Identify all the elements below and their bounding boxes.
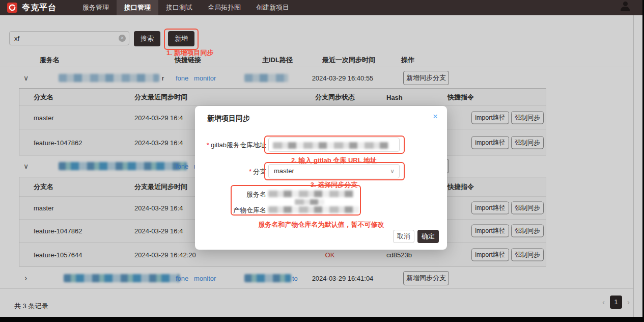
cancel-button[interactable]: 取消 [393,230,414,243]
nav-item-global-topology[interactable]: 全局拓扑图 [200,0,248,15]
close-icon[interactable]: × [433,112,438,121]
top-navbar: 夸克平台 服务管理 接口管理 接口测试 全局拓扑图 创建新项目 [0,0,644,15]
annotation-text-step3: 3. 选择同步分支 [268,180,400,190]
annotation-text-note: 服务名和产物仓库名为默认值，暂不可修改 [225,220,418,229]
annotation-text-step1: 1. 新增项目同步 [166,48,213,58]
branch-select[interactable]: master ∨ [268,164,400,178]
confirm-button[interactable]: 确定 [417,230,439,243]
user-avatar-icon[interactable] [620,1,631,12]
artifact-repo-redacted [268,206,359,213]
required-mark: * [249,168,251,175]
annotation-text-step2: 2. 输入 gitlab 仓库 URL 地址 [268,156,400,165]
artifact-repo-label: 产物仓库名 [195,206,266,215]
gitlab-repo-label: *gitlab服务仓库地址 [195,141,266,150]
gitlab-url-redacted [273,142,389,149]
gitlab-repo-input[interactable] [268,138,400,152]
dialog-title: 新增项目同步 [207,114,250,123]
service-name-redacted [268,191,354,197]
branch-select-value: master [274,167,294,175]
nav-item-interface-management[interactable]: 接口管理 [117,0,158,15]
chevron-down-icon: ∨ [390,165,395,178]
service-name-redacted [295,199,324,205]
nav-item-service-management[interactable]: 服务管理 [75,0,117,15]
screen-frame-bottom [0,317,644,322]
brand-logo-icon[interactable] [7,3,17,13]
required-mark: * [207,141,209,149]
service-name-label: 服务名 [195,190,266,199]
nav-item-create-project[interactable]: 创建新项目 [248,0,297,15]
branch-label: *分支 [195,167,266,176]
app-window: 夸克平台 服务管理 接口管理 接口测试 全局拓扑图 创建新项目 × 搜索 新增 … [0,0,644,322]
nav-item-interface-test[interactable]: 接口测试 [158,0,200,15]
brand-title: 夸克平台 [22,3,57,13]
add-project-sync-dialog: 新增项目同步 × *gitlab服务仓库地址 2. 输入 gitlab 仓库 U… [195,106,447,250]
nav-menu: 服务管理 接口管理 接口测试 全局拓扑图 创建新项目 [75,0,297,15]
